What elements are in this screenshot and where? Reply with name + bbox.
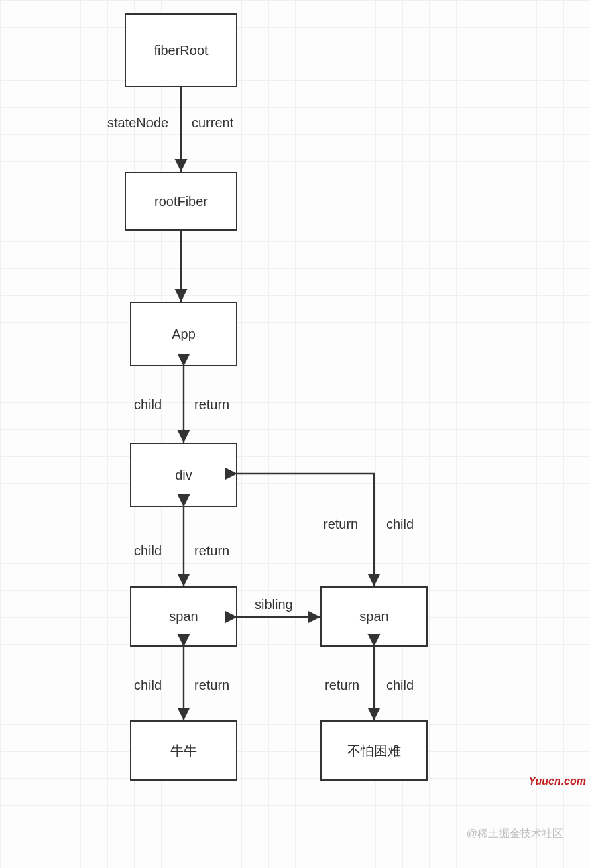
label-return-div-app: return (194, 397, 229, 413)
node-app: App (130, 302, 237, 366)
label-statenode: stateNode (107, 115, 168, 131)
node-leaf-1: 牛牛 (130, 720, 237, 781)
node-div: div (130, 443, 237, 507)
diagram-edges (0, 0, 590, 868)
label-current: current (192, 115, 233, 131)
node-fiber-root: fiberRoot (125, 13, 237, 87)
label-child-app-div: child (134, 397, 162, 413)
label-return-span-div: return (194, 543, 229, 559)
label-child-div-span2: child (386, 517, 414, 532)
node-root-fiber: rootFiber (125, 172, 237, 231)
label-sibling: sibling (255, 597, 293, 612)
node-span-1: span (130, 586, 237, 647)
watermark-site: Yuucn.com (528, 775, 586, 788)
label-return-text-span: return (194, 677, 229, 693)
label-child-span2-text2: child (386, 677, 414, 693)
label-return-span2-div: return (323, 517, 358, 532)
node-span-2: span (320, 586, 428, 647)
label-child-div-span: child (134, 543, 162, 559)
label-child-span-text: child (134, 677, 162, 693)
label-return-text2-span2: return (324, 677, 359, 693)
node-leaf-2: 不怕困难 (320, 720, 428, 781)
watermark-community: @稀土掘金技术社区 (467, 827, 563, 841)
